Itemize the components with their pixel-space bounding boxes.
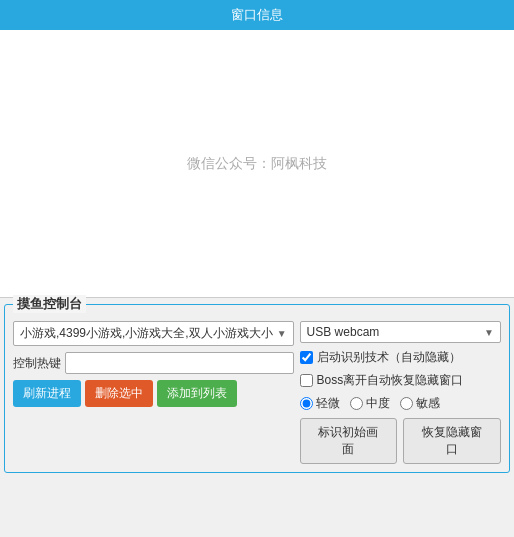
control-panel-title: 摸鱼控制台 <box>13 295 86 313</box>
boss-restore-row: Boss离开自动恢复隐藏窗口 <box>300 372 501 389</box>
delete-button[interactable]: 删除选中 <box>85 380 153 407</box>
bottom-action-buttons: 标识初始画面 恢复隐藏窗口 <box>300 418 501 464</box>
radio-light[interactable]: 轻微 <box>300 395 340 412</box>
left-col: 小游戏,4399小游戏,小游戏大全,双人小游戏大小 ▼ 控制热键 刷新进程 删除… <box>13 321 294 464</box>
hotkey-row: 控制热键 <box>13 352 294 374</box>
identify-button[interactable]: 标识初始画面 <box>300 418 398 464</box>
add-button[interactable]: 添加到列表 <box>157 380 237 407</box>
title-bar: 窗口信息 <box>0 0 514 30</box>
refresh-button[interactable]: 刷新进程 <box>13 380 81 407</box>
process-dropdown[interactable]: 小游戏,4399小游戏,小游戏大全,双人小游戏大小 ▼ <box>13 321 294 346</box>
process-dropdown-value: 小游戏,4399小游戏,小游戏大全,双人小游戏大小 <box>20 325 273 342</box>
sensitivity-radio-row: 轻微 中度 敏感 <box>300 395 501 412</box>
title-bar-label: 窗口信息 <box>231 6 283 24</box>
auto-recognize-checkbox[interactable] <box>300 351 313 364</box>
boss-restore-checkbox[interactable] <box>300 374 313 387</box>
radio-sensitive-label: 敏感 <box>416 395 440 412</box>
panel-two-col: 小游戏,4399小游戏,小游戏大全,双人小游戏大小 ▼ 控制热键 刷新进程 删除… <box>13 321 501 464</box>
right-col: USB webcam ▼ 启动识别技术（自动隐藏） Boss离开自动恢复隐藏窗口… <box>300 321 501 464</box>
webcam-dropdown-arrow: ▼ <box>484 327 494 338</box>
process-dropdown-arrow: ▼ <box>277 328 287 339</box>
hotkey-label: 控制热键 <box>13 355 61 372</box>
auto-recognize-label[interactable]: 启动识别技术（自动隐藏） <box>317 349 461 366</box>
webcam-dropdown[interactable]: USB webcam ▼ <box>300 321 501 343</box>
radio-medium-label: 中度 <box>366 395 390 412</box>
restore-button[interactable]: 恢复隐藏窗口 <box>403 418 501 464</box>
action-buttons: 刷新进程 删除选中 添加到列表 <box>13 380 294 407</box>
boss-restore-label[interactable]: Boss离开自动恢复隐藏窗口 <box>317 372 464 389</box>
webcam-dropdown-value: USB webcam <box>307 325 480 339</box>
window-info-area: 微信公众号：阿枫科技 <box>0 30 514 298</box>
radio-medium[interactable]: 中度 <box>350 395 390 412</box>
control-panel: 摸鱼控制台 小游戏,4399小游戏,小游戏大全,双人小游戏大小 ▼ 控制热键 刷… <box>4 304 510 473</box>
window-info-placeholder: 微信公众号：阿枫科技 <box>187 155 327 173</box>
auto-recognize-row: 启动识别技术（自动隐藏） <box>300 349 501 366</box>
hotkey-input[interactable] <box>65 352 294 374</box>
radio-sensitive[interactable]: 敏感 <box>400 395 440 412</box>
radio-light-label: 轻微 <box>316 395 340 412</box>
